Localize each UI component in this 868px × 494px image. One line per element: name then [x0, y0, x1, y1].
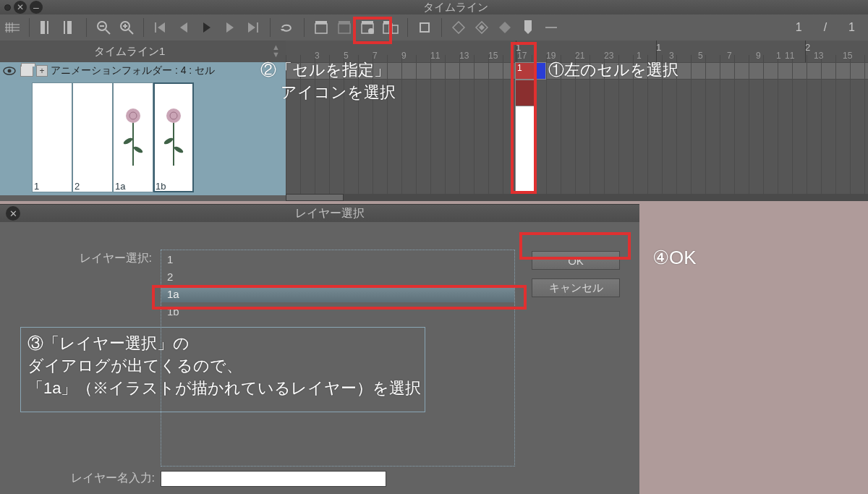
ok-label: OK	[568, 255, 584, 267]
cel-label: 1a	[115, 181, 125, 192]
svg-rect-11	[155, 22, 156, 33]
annotation-frame	[20, 327, 425, 412]
svg-rect-22	[389, 25, 398, 33]
onion-settings-icon[interactable]	[451, 20, 467, 35]
minimize-icon[interactable]: –	[30, 1, 43, 14]
list-item-label: 1b	[167, 305, 179, 318]
close-icon[interactable]: ✕	[6, 206, 20, 221]
list-item-label: 1	[167, 253, 173, 265]
folder-label: アニメーションフォルダー : 4 : セル	[51, 64, 215, 77]
specify-cel-icon[interactable]	[359, 20, 375, 35]
cel-thumb[interactable]: 1	[32, 82, 72, 192]
timeline-tree: タイムライン1 ▲▼ + アニメーションフォルダー : 4 : セル 1 2 1…	[0, 41, 286, 201]
annotation-4: ④OK	[652, 244, 697, 271]
svg-line-5	[106, 30, 110, 34]
menu-icon[interactable]	[4, 4, 11, 11]
settings-icon[interactable]	[4, 20, 20, 35]
svg-line-8	[129, 30, 133, 34]
timeline-name-header[interactable]: タイムライン1 ▲▼	[0, 41, 286, 62]
svg-rect-13	[315, 24, 327, 33]
timeline-title: タイムライン	[43, 1, 868, 14]
h-scrollbar[interactable]	[286, 194, 868, 201]
cel-block[interactable]	[536, 62, 546, 80]
play-icon[interactable]	[199, 20, 215, 35]
list-item-label: 1a	[167, 288, 179, 300]
folder-icon	[20, 65, 33, 77]
scrollbar-thumb[interactable]	[286, 194, 344, 201]
go-first-icon[interactable]	[153, 20, 169, 35]
cancel-button[interactable]: キャンセル	[532, 278, 620, 297]
svg-rect-24	[421, 24, 428, 31]
timeline-ruler[interactable]: 357911131517192123357911131511112	[286, 41, 868, 62]
svg-rect-3	[67, 21, 72, 34]
batch-cel-icon[interactable]	[383, 20, 399, 35]
timeline-toolbar: 1 / 1	[0, 14, 868, 41]
cel-thumb-selected[interactable]: 1b	[153, 82, 194, 192]
layer-name-input[interactable]	[161, 471, 386, 487]
clip-end-icon[interactable]	[61, 20, 77, 35]
svg-rect-0	[41, 21, 45, 34]
svg-rect-18	[362, 21, 373, 24]
expand-icon[interactable]: +	[36, 65, 48, 77]
svg-point-35	[173, 145, 184, 154]
animation-folder-row[interactable]: + アニメーションフォルダー : 4 : セル	[0, 62, 286, 80]
page-total: 1	[848, 21, 855, 34]
cel-label: 1	[34, 181, 39, 192]
rose-icon	[161, 106, 186, 169]
ok-button[interactable]: OK	[532, 251, 620, 270]
timeline-titlebar: ✕ – タイムライン	[0, 0, 868, 14]
new-folder-cel-icon[interactable]	[336, 20, 352, 35]
list-item[interactable]: 1b	[161, 302, 514, 320]
timeline-tracks[interactable]: 357911131517192123357911131511112 1	[286, 41, 868, 201]
svg-point-31	[126, 108, 140, 123]
delete-cel-icon[interactable]	[417, 20, 433, 35]
svg-point-36	[166, 108, 181, 123]
svg-rect-14	[315, 21, 327, 24]
svg-point-27	[8, 69, 12, 73]
cel-label: 2	[75, 181, 80, 192]
cel-label: 1b	[156, 181, 166, 192]
cel-thumb[interactable]: 1a	[113, 82, 153, 192]
dialog-titlebar: ✕ レイヤー選択	[0, 205, 639, 222]
divider-icon[interactable]	[543, 20, 559, 35]
svg-rect-21	[383, 21, 392, 24]
svg-point-29	[122, 137, 133, 145]
timeline-panel: ✕ – タイムライン 1 / 1	[0, 0, 868, 201]
cel-block[interactable]	[515, 106, 535, 201]
close-icon[interactable]: ✕	[14, 1, 27, 14]
onion-prev-icon[interactable]	[474, 20, 490, 35]
svg-rect-2	[64, 21, 65, 34]
go-last-icon[interactable]	[245, 20, 261, 35]
list-item[interactable]: 2	[161, 268, 514, 285]
step-fwd-icon[interactable]	[222, 20, 238, 35]
zoom-out-icon[interactable]	[95, 20, 111, 35]
list-label: レイヤー選択:	[72, 251, 152, 266]
svg-rect-1	[47, 21, 48, 34]
onion-enable-icon[interactable]	[497, 20, 513, 35]
marker-icon[interactable]	[520, 20, 536, 35]
dialog-title: レイヤー選択	[20, 206, 639, 221]
loop-icon[interactable]	[279, 20, 295, 35]
zoom-in-icon[interactable]	[119, 20, 135, 35]
rose-icon	[121, 106, 145, 169]
cancel-label: キャンセル	[549, 281, 603, 295]
clip-start-icon[interactable]	[38, 20, 54, 35]
track-area[interactable]	[286, 62, 868, 201]
step-back-icon[interactable]	[176, 20, 192, 35]
page-current: 1	[796, 21, 802, 34]
page-indicator: 1 / 1	[796, 14, 855, 41]
list-item-selected[interactable]: 1a	[161, 285, 514, 302]
svg-point-19	[368, 28, 374, 34]
svg-point-34	[163, 137, 174, 145]
svg-point-30	[132, 145, 143, 154]
cel-thumbnails: 1 2 1a 1b	[0, 80, 286, 195]
page-sep: /	[824, 21, 827, 34]
list-item[interactable]: 1	[161, 250, 514, 268]
sort-arrows-icon[interactable]: ▲▼	[272, 43, 280, 58]
cel-thumb[interactable]: 2	[72, 82, 113, 192]
visibility-icon[interactable]	[3, 67, 17, 75]
new-cel-icon[interactable]	[313, 20, 329, 35]
svg-rect-15	[339, 24, 350, 33]
cel-block-selected[interactable]: 1	[515, 62, 535, 80]
input-label: レイヤー名入力:	[61, 471, 155, 486]
